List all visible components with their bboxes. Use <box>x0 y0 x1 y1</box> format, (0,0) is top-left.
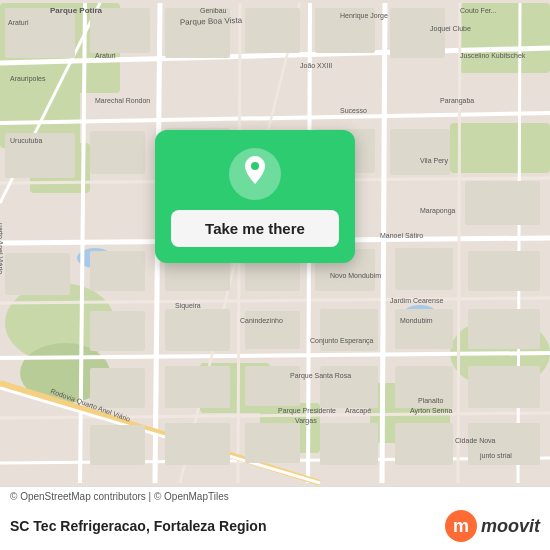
location-pin-icon <box>241 156 269 192</box>
take-me-there-button[interactable]: Take me there <box>171 210 339 247</box>
svg-rect-34 <box>5 8 75 58</box>
svg-rect-61 <box>165 366 230 408</box>
svg-line-27 <box>382 3 385 483</box>
map-container[interactable]: Parque Boa Vista Araturi Araturi Araurip… <box>0 0 550 486</box>
svg-text:Parque Santa Rosa: Parque Santa Rosa <box>290 372 351 380</box>
svg-rect-53 <box>468 251 540 291</box>
svg-line-28 <box>458 3 460 483</box>
svg-rect-48 <box>90 251 145 291</box>
action-card: Take me there <box>155 130 355 263</box>
svg-rect-60 <box>90 368 145 408</box>
svg-text:Manoel Sátiro: Manoel Sátiro <box>380 232 423 239</box>
attribution-text: © OpenStreetMap contributors | © OpenMap… <box>10 491 229 502</box>
svg-text:Planalto: Planalto <box>418 397 443 404</box>
svg-text:Couto Fer...: Couto Fer... <box>460 7 497 14</box>
svg-rect-39 <box>390 8 445 58</box>
svg-rect-37 <box>245 8 300 53</box>
svg-text:Jardim Cearense: Jardim Cearense <box>390 297 443 304</box>
svg-rect-41 <box>90 131 145 174</box>
svg-text:Urucutuba: Urucutuba <box>10 137 42 144</box>
svg-rect-54 <box>90 311 145 351</box>
svg-text:Araturi: Araturi <box>95 52 116 59</box>
svg-text:Arauripoles: Arauripoles <box>10 75 46 83</box>
svg-rect-52 <box>395 248 453 290</box>
svg-text:Conjunto Esperança: Conjunto Esperança <box>310 337 374 345</box>
svg-rect-66 <box>90 425 145 465</box>
svg-text:Vila Pery: Vila Pery <box>420 157 448 165</box>
svg-rect-67 <box>165 423 230 465</box>
title-row: SC Tec Refrigeracao, Fortaleza Region m … <box>0 504 550 550</box>
svg-rect-57 <box>320 309 378 351</box>
svg-text:Henrique Jorge: Henrique Jorge <box>340 12 388 20</box>
svg-text:Siqueira: Siqueira <box>175 302 201 310</box>
svg-text:junto strial: junto strial <box>479 452 512 460</box>
svg-rect-68 <box>245 423 300 463</box>
svg-text:Marechal Rondon: Marechal Rondon <box>95 97 150 104</box>
place-title: SC Tec Refrigeracao, Fortaleza Region <box>10 518 266 534</box>
svg-text:Araturi: Araturi <box>8 19 29 26</box>
svg-text:Parque Potira: Parque Potira <box>50 6 103 15</box>
moovit-icon: m <box>445 510 477 542</box>
svg-text:uarto Anel Viário: uarto Anel Viário <box>0 223 4 274</box>
svg-text:Parque Presidente: Parque Presidente <box>278 407 336 415</box>
svg-rect-46 <box>465 181 540 225</box>
svg-text:Aracapé: Aracapé <box>345 407 371 415</box>
svg-text:Juscelino Kubitschek: Juscelino Kubitschek <box>460 52 526 59</box>
svg-text:Joquei Clube: Joquei Clube <box>430 25 471 33</box>
svg-text:Vargas: Vargas <box>295 417 317 425</box>
svg-rect-69 <box>320 423 378 465</box>
svg-rect-45 <box>390 129 450 175</box>
svg-text:Novo Mondubim: Novo Mondubim <box>330 272 381 279</box>
svg-text:Maraponga: Maraponga <box>420 207 456 215</box>
svg-point-107 <box>251 162 259 170</box>
svg-text:Parangaba: Parangaba <box>440 97 474 105</box>
svg-rect-58 <box>395 309 453 349</box>
svg-rect-47 <box>5 253 70 295</box>
location-icon-wrap <box>229 148 281 200</box>
svg-rect-65 <box>468 366 540 408</box>
bottom-bar: © OpenStreetMap contributors | © OpenMap… <box>0 486 550 550</box>
svg-text:Canindezinho: Canindezinho <box>240 317 283 324</box>
attribution-row: © OpenStreetMap contributors | © OpenMap… <box>0 487 550 504</box>
app-container: Parque Boa Vista Araturi Araturi Araurip… <box>0 0 550 550</box>
svg-text:João XXIII: João XXIII <box>300 62 332 69</box>
moovit-text: moovit <box>481 516 540 537</box>
svg-rect-7 <box>450 123 550 173</box>
svg-rect-55 <box>165 309 230 351</box>
svg-line-29 <box>518 3 520 483</box>
svg-text:Ayrton Senna: Ayrton Senna <box>410 407 452 415</box>
svg-rect-70 <box>395 423 453 465</box>
svg-text:m: m <box>453 516 469 536</box>
svg-text:Genibau: Genibau <box>200 7 227 14</box>
svg-text:Cidade Nova: Cidade Nova <box>455 437 496 444</box>
svg-text:Mondubim: Mondubim <box>400 317 433 324</box>
moovit-logo: m moovit <box>445 510 540 542</box>
svg-rect-59 <box>468 309 540 349</box>
svg-text:Sucesso: Sucesso <box>340 107 367 114</box>
svg-rect-36 <box>165 8 230 58</box>
